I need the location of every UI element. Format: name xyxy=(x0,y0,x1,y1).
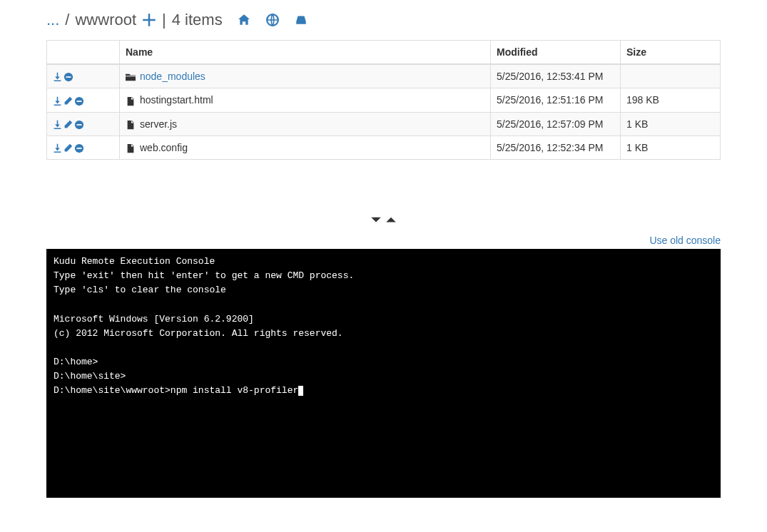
svg-rect-6 xyxy=(77,124,82,126)
delete-icon[interactable] xyxy=(74,143,84,153)
terminal-output: Kudu Remote Execution Console Type 'exit… xyxy=(54,256,354,382)
edit-icon[interactable] xyxy=(64,143,73,153)
file-table: Name Modified Size node_modules5/25/2016… xyxy=(46,40,721,160)
row-actions xyxy=(47,64,120,88)
item-count: 4 items xyxy=(172,11,223,29)
terminal-input[interactable]: npm install v8-profiler xyxy=(171,385,298,396)
console-toggle-bar xyxy=(46,160,721,232)
row-name-cell: hostingstart.html xyxy=(120,88,491,112)
svg-rect-4 xyxy=(77,101,82,102)
breadcrumb-bar: | xyxy=(162,11,166,29)
row-modified: 5/25/2016, 12:53:41 PM xyxy=(491,64,621,88)
file-name: hostingstart.html xyxy=(140,94,213,106)
breadcrumb: ... / wwwroot | 4 items xyxy=(46,0,721,40)
delete-icon[interactable] xyxy=(74,120,84,130)
svg-rect-2 xyxy=(66,76,71,78)
file-icon xyxy=(126,96,136,106)
row-size: 1 KB xyxy=(621,112,721,135)
row-name-cell: server.js xyxy=(120,112,491,135)
folder-icon xyxy=(126,72,136,82)
svg-rect-8 xyxy=(77,148,82,149)
table-row: node_modules5/25/2016, 12:53:41 PM xyxy=(47,64,721,88)
folder-link[interactable]: node_modules xyxy=(140,71,205,82)
terminal-prompt: D:\home\site\wwwroot> xyxy=(54,385,171,396)
edit-icon[interactable] xyxy=(64,96,73,106)
row-actions xyxy=(47,135,120,159)
chevron-up-icon[interactable] xyxy=(385,213,397,226)
row-actions xyxy=(47,88,120,112)
row-name-cell: web.config xyxy=(120,135,491,159)
download-icon[interactable] xyxy=(53,72,63,82)
file-name: server.js xyxy=(140,118,177,130)
add-icon[interactable] xyxy=(142,13,156,27)
edit-icon[interactable] xyxy=(64,120,73,130)
delete-icon[interactable] xyxy=(74,96,84,106)
old-console-link-wrap: Use old console xyxy=(46,232,721,249)
breadcrumb-separator: / xyxy=(65,11,69,29)
file-icon xyxy=(126,143,136,153)
row-actions xyxy=(47,112,120,135)
table-row: hostingstart.html5/25/2016, 12:51:16 PM1… xyxy=(47,88,721,112)
table-header-name: Name xyxy=(120,41,491,65)
table-header-row: Name Modified Size xyxy=(47,41,721,65)
row-name-cell: node_modules xyxy=(120,64,491,88)
download-icon[interactable] xyxy=(53,96,63,106)
terminal[interactable]: Kudu Remote Execution Console Type 'exit… xyxy=(46,249,721,498)
row-size xyxy=(621,64,721,88)
download-icon[interactable] xyxy=(53,120,63,130)
table-header-actions xyxy=(47,41,120,65)
row-size: 198 KB xyxy=(621,88,721,112)
chevron-down-icon[interactable] xyxy=(370,213,382,226)
row-size: 1 KB xyxy=(621,135,721,159)
globe-icon[interactable] xyxy=(265,13,280,27)
file-icon xyxy=(126,120,136,130)
table-header-modified: Modified xyxy=(491,41,621,65)
use-old-console-link[interactable]: Use old console xyxy=(649,235,721,246)
download-icon[interactable] xyxy=(53,143,63,153)
disk-icon[interactable] xyxy=(294,13,308,27)
table-row: web.config5/25/2016, 12:52:34 PM1 KB xyxy=(47,135,721,159)
terminal-cursor xyxy=(298,386,303,396)
table-row: server.js5/25/2016, 12:57:09 PM1 KB xyxy=(47,112,721,135)
delete-icon[interactable] xyxy=(64,72,73,82)
table-header-size: Size xyxy=(621,41,721,65)
breadcrumb-current: wwwroot xyxy=(75,11,136,29)
breadcrumb-parent-link[interactable]: ... xyxy=(46,11,59,29)
row-modified: 5/25/2016, 12:57:09 PM xyxy=(491,112,621,135)
row-modified: 5/25/2016, 12:51:16 PM xyxy=(491,88,621,112)
home-icon[interactable] xyxy=(237,13,251,27)
row-modified: 5/25/2016, 12:52:34 PM xyxy=(491,135,621,159)
file-name: web.config xyxy=(140,142,188,153)
